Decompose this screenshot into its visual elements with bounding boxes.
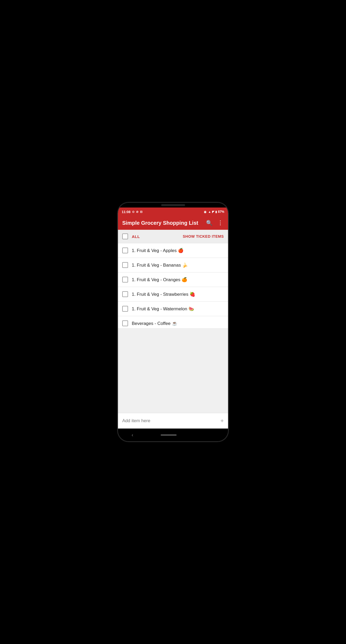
item-checkbox-6[interactable] xyxy=(122,320,128,326)
empty-space xyxy=(118,328,228,413)
bottom-nav: ‹ xyxy=(118,429,228,441)
cast-icon: ⊘ xyxy=(136,210,138,214)
battery-icon: ▮ xyxy=(215,210,217,214)
item-checkbox-4[interactable] xyxy=(122,291,128,297)
grocery-list: 1. Fruit & Veg - Apples 🍎 1. Fruit & Veg… xyxy=(118,243,228,328)
home-indicator[interactable] xyxy=(161,434,177,436)
clipboard-icon: ⊟ xyxy=(140,210,142,214)
list-item[interactable]: 1. Fruit & Veg - Oranges 🍊 xyxy=(118,272,228,287)
item-text-2: 1. Fruit & Veg - Bananas 🍌 xyxy=(132,262,188,268)
item-text-6: Beverages - Coffee ☕ xyxy=(132,321,177,326)
status-bar: 11:08 ⊙ ⊘ ⊟ ⏰ ▲ ◤ ▮ 87% xyxy=(118,208,228,216)
all-row[interactable]: ALL SHOW TICKED ITEMS xyxy=(118,230,228,243)
list-item[interactable]: 1. Fruit & Veg - Apples 🍎 xyxy=(118,243,228,258)
more-menu-button[interactable]: ⋮ xyxy=(217,220,224,226)
status-right: ⏰ ▲ ◤ ▮ 87% xyxy=(203,210,224,214)
spotify-icon: ⊙ xyxy=(132,210,134,214)
battery-percent: 87% xyxy=(218,210,224,214)
show-ticked-button[interactable]: SHOW TICKED ITEMS xyxy=(183,234,224,239)
all-row-left: ALL xyxy=(122,233,140,239)
item-text-4: 1. Fruit & Veg - Strawberries 🍓 xyxy=(132,292,195,297)
list-item[interactable]: Beverages - Coffee ☕ xyxy=(118,316,228,328)
notch-bar xyxy=(118,203,228,208)
item-checkbox-2[interactable] xyxy=(122,262,128,268)
add-item-input[interactable] xyxy=(122,418,220,424)
header-icons: 🔍 ⋮ xyxy=(206,220,224,226)
back-button[interactable]: ‹ xyxy=(132,432,133,438)
phone-frame: 11:08 ⊙ ⊘ ⊟ ⏰ ▲ ◤ ▮ 87% Simple Grocery S… xyxy=(118,203,228,441)
alarm-icon: ⏰ xyxy=(203,210,207,214)
item-text-1: 1. Fruit & Veg - Apples 🍎 xyxy=(132,248,183,253)
select-all-checkbox[interactable] xyxy=(122,233,128,239)
item-text-5: 1. Fruit & Veg - Watermelon 🍉 xyxy=(132,306,194,312)
list-item[interactable]: 1. Fruit & Veg - Watermelon 🍉 xyxy=(118,302,228,316)
add-item-button[interactable]: + xyxy=(220,417,224,424)
status-left: 11:08 ⊙ ⊘ ⊟ xyxy=(122,210,142,214)
item-checkbox-3[interactable] xyxy=(122,277,128,283)
content-area: ALL SHOW TICKED ITEMS 1. Fruit & Veg - A… xyxy=(118,230,228,429)
add-item-bar: + xyxy=(118,413,228,429)
status-time: 11:08 xyxy=(122,210,130,214)
app-header: Simple Grocery Shopping List 🔍 ⋮ xyxy=(118,216,228,230)
notch xyxy=(161,204,185,206)
list-item[interactable]: 1. Fruit & Veg - Bananas 🍌 xyxy=(118,258,228,272)
item-text-3: 1. Fruit & Veg - Oranges 🍊 xyxy=(132,277,187,283)
all-label: ALL xyxy=(132,234,140,239)
search-button[interactable]: 🔍 xyxy=(206,220,213,226)
item-checkbox-1[interactable] xyxy=(122,248,128,253)
app-title: Simple Grocery Shopping List xyxy=(122,220,198,226)
item-checkbox-5[interactable] xyxy=(122,306,128,312)
wifi-icon: ▲ xyxy=(208,210,211,213)
list-item[interactable]: 1. Fruit & Veg - Strawberries 🍓 xyxy=(118,287,228,302)
signal-icon: ◤ xyxy=(212,210,214,214)
